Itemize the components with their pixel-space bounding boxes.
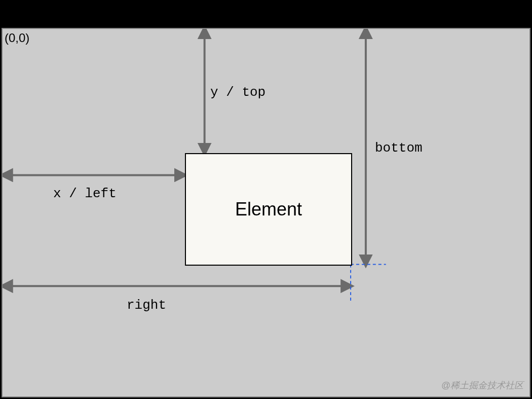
- watermark: @稀土掘金技术社区: [441, 379, 523, 391]
- label-bottom: bottom: [375, 140, 423, 156]
- element-box: Element: [185, 153, 352, 266]
- label-right: right: [127, 298, 166, 313]
- label-x-left: x / left: [53, 186, 117, 201]
- element-label: Element: [235, 199, 302, 220]
- origin-label: (0,0): [5, 31, 29, 45]
- label-y-top: y / top: [210, 85, 265, 100]
- diagram-canvas: (0,0) Element y / top x / left bottom ri…: [2, 28, 530, 397]
